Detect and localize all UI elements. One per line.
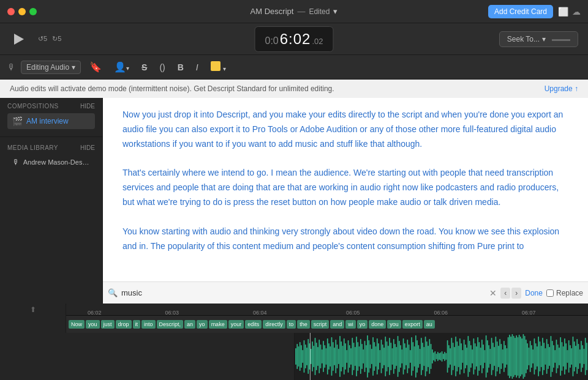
timeline-words-main: Now you just drop it into Descript, an y… [66,316,588,333]
svg-rect-41 [350,348,352,365]
svg-rect-105 [439,353,440,360]
word-chip-done[interactable]: done [369,320,386,329]
search-prev-button[interactable]: ‹ [500,288,510,299]
seek-to-button[interactable]: Seek To... ▾ ▬▬▬ [499,31,578,47]
collapse-icon[interactable]: ⬜ [558,7,568,17]
word-chip-you[interactable]: you [86,320,100,329]
word-chip-script[interactable]: script [311,320,330,329]
color-button[interactable]: ▾ [207,59,230,75]
maximize-button[interactable] [29,8,37,15]
editing-audio-button[interactable]: Editing Audio ▾ [21,61,81,74]
svg-rect-5 [301,345,302,368]
svg-rect-126 [467,336,469,377]
composition-icon: 🎬 [12,116,23,126]
word-chip-directly[interactable]: directly [263,320,285,329]
word-chip-it[interactable]: it [133,320,141,329]
svg-rect-29 [334,348,335,365]
word-chip-an[interactable]: an [184,320,195,329]
bold-button[interactable]: B [174,61,187,74]
word-chip-your[interactable]: your [228,320,244,329]
italic-button[interactable]: I [192,61,202,74]
parens-button[interactable]: () [156,61,168,74]
svg-rect-144 [492,343,494,370]
word-chip-now[interactable]: Now [69,320,85,329]
word-chip-wi[interactable]: wi [345,320,356,329]
svg-rect-185 [549,347,550,366]
word-chip-and[interactable]: and [330,320,344,329]
svg-rect-206 [578,344,579,369]
sidebar: COMPOSITIONS HIDE 🎬 AM interview MEDIA L… [0,98,103,304]
strikethrough-button[interactable]: S [138,61,151,74]
svg-rect-155 [507,337,508,376]
word-chip-edits[interactable]: edits [245,320,262,329]
svg-rect-1 [295,348,296,365]
user-button[interactable]: 👤▾ [110,59,133,75]
word-chip-the[interactable]: the [297,320,310,329]
forward-label[interactable]: ↻5 [52,35,61,43]
word-chip-into[interactable]: into [141,320,156,329]
svg-rect-153 [505,345,506,368]
svg-rect-99 [430,344,431,369]
svg-rect-193 [560,337,561,376]
bookmark-button[interactable]: 🔖 [86,59,105,75]
svg-rect-121 [461,343,462,370]
svg-rect-117 [455,337,456,376]
replace-label: Replace [556,289,583,297]
svg-rect-184 [548,344,549,369]
upgrade-button[interactable]: Upgrade ↑ [545,84,578,93]
word-chip-descript[interactable]: Descript, [157,320,184,329]
svg-rect-141 [488,345,489,368]
ruler-mark-1: 06:03 [165,310,179,316]
timer-suffix: .02 [312,37,323,46]
svg-rect-142 [489,349,491,364]
svg-rect-154 [506,348,507,365]
svg-rect-76 [398,341,399,372]
main-area: COMPOSITIONS HIDE 🎬 AM interview MEDIA L… [0,98,588,304]
search-done-button[interactable]: Done [525,289,543,297]
svg-rect-174 [533,338,535,374]
play-button[interactable] [10,30,28,48]
rewind-label[interactable]: ↺5 [38,35,47,43]
status-dropdown-arrow[interactable]: ▾ [333,7,337,16]
timeline-ruler: 06:02 06:03 06:04 06:05 06:06 06:07 [66,304,588,316]
word-chip-just[interactable]: just [101,320,115,329]
svg-rect-30 [335,340,336,373]
word-chip-make[interactable]: make [209,320,227,329]
search-input[interactable] [121,288,486,297]
search-next-button[interactable]: › [511,288,521,299]
main-toolbar: ↺5 ↻5 0:0 6:02 .02 Seek To... ▾ ▬▬▬ [0,23,588,55]
waveform-main[interactable] [295,333,589,380]
svg-rect-179 [540,346,541,367]
media-mic-icon: 🎙 [12,158,20,166]
word-chip-drop[interactable]: drop [116,320,132,329]
word-chip-to[interactable]: to [287,320,296,329]
media-hide-button[interactable]: HIDE [80,144,95,151]
svg-rect-162 [517,337,518,376]
svg-rect-15 [314,338,315,375]
word-chip-au[interactable]: au [424,320,435,329]
word-chip-you2[interactable]: you [387,320,401,329]
add-credit-card-button[interactable]: Add Credit Card [488,5,553,18]
compositions-hide-button[interactable]: HIDE [80,103,95,110]
svg-rect-38 [346,350,347,363]
composition-item-am-interview[interactable]: 🎬 AM interview [7,113,95,129]
word-chip-yo2[interactable]: yo [357,320,368,329]
svg-rect-180 [542,338,543,375]
svg-rect-73 [394,344,396,369]
search-clear-button[interactable]: ✕ [489,288,497,298]
close-button[interactable] [7,8,15,15]
word-chip-export[interactable]: export [402,320,423,329]
svg-rect-101 [433,352,434,360]
svg-rect-158 [511,334,513,379]
word-chip-yo[interactable]: yo [197,320,208,329]
replace-checkbox[interactable] [546,289,554,297]
svg-rect-196 [564,338,565,374]
media-library-label: MEDIA LIBRARY [7,144,58,151]
minimize-button[interactable] [18,8,26,15]
timer-main: 6:02 [280,31,311,48]
cloud-icon[interactable]: ☁ [572,7,581,17]
svg-rect-208 [581,341,582,372]
media-item-andrew[interactable]: 🎙 Andrew Mason-Desc... [7,155,95,170]
svg-rect-75 [397,336,398,377]
timer-prefix: 0:0 [265,35,278,47]
